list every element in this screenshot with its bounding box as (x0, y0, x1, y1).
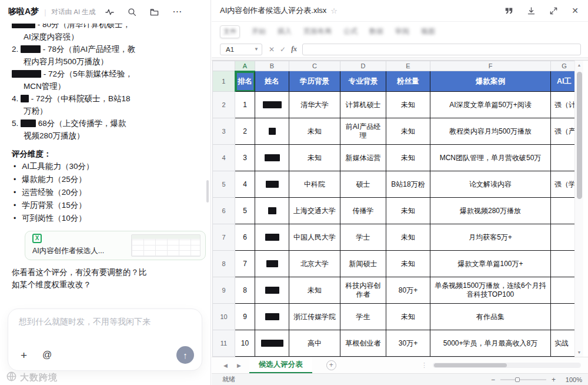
expand-icon[interactable] (549, 6, 558, 15)
row-header-5[interactable]: 5 (213, 171, 235, 198)
favorite-star-icon[interactable]: ☆ (330, 6, 338, 15)
cell-case[interactable]: 论文解读内容 (430, 171, 551, 198)
column-header-D[interactable]: D (340, 61, 386, 71)
sheet-tab-active[interactable]: 候选人评分表 (249, 357, 312, 373)
cell-name[interactable] (255, 304, 289, 330)
cell-fans[interactable]: 80万+ (386, 277, 430, 304)
cell-name[interactable] (255, 118, 289, 145)
row-header-10[interactable]: 10 (213, 304, 235, 330)
cell-fans[interactable]: B站18万粉 (386, 171, 430, 198)
cell-case[interactable]: 有作品集 (430, 304, 551, 330)
column-header-B[interactable]: B (255, 61, 289, 71)
column-header-A[interactable]: A (235, 61, 255, 71)
header-cell[interactable]: 学历背景 (289, 71, 340, 92)
cell-name[interactable] (255, 92, 289, 118)
waveform-icon[interactable] (105, 8, 114, 16)
attach-plus-icon[interactable]: + (21, 350, 27, 361)
cell-major[interactable]: 前AI产品经理 (340, 118, 386, 145)
cell-extra[interactable] (551, 251, 578, 277)
cancel-entry-icon[interactable]: ✕ (269, 45, 275, 54)
cell-education[interactable]: 浙江传媒学院 (289, 304, 340, 330)
cell-fans[interactable]: 未知 (386, 145, 430, 171)
sheet-bar-resize-handle[interactable]: ⋮ (421, 361, 427, 369)
cell-major[interactable]: 计算机硕士 (340, 92, 386, 118)
message-input[interactable] (19, 317, 192, 343)
row-header-4[interactable]: 4 (213, 145, 235, 171)
cell-rank[interactable]: 4 (235, 171, 255, 198)
header-cell[interactable]: 姓名 (255, 71, 289, 92)
column-header-E[interactable]: E (386, 61, 430, 71)
header-cell[interactable]: 排名 (235, 71, 255, 92)
ribbon-tab[interactable]: 审阅 (395, 26, 409, 36)
header-cell[interactable]: 粉丝量 (386, 71, 430, 92)
send-button[interactable]: ↑ (176, 346, 194, 364)
insert-function-icon[interactable]: fx (291, 45, 297, 54)
search-icon[interactable] (128, 8, 136, 16)
header-cell[interactable]: 爆款案例 (430, 71, 551, 92)
cell-rank[interactable]: 5 (235, 198, 255, 224)
cell-major[interactable]: 草根创业者 (340, 330, 386, 357)
cell-fans[interactable]: 未知 (386, 224, 430, 251)
ribbon-file-button[interactable]: 文件 (220, 25, 240, 38)
cell-case[interactable]: 月均获客5万+ (430, 224, 551, 251)
more-icon[interactable]: ⋯ (172, 9, 182, 15)
cell-case[interactable]: 教程类内容月均500万播放 (430, 118, 551, 145)
cell-rank[interactable]: 9 (235, 304, 255, 330)
chevron-down-icon[interactable]: ▼ (254, 47, 259, 52)
scroll-down-icon[interactable]: ▼ (575, 350, 583, 354)
cell-extra[interactable]: 强（计 (551, 92, 578, 118)
cell-case[interactable]: 5000+学员，单月最高收入8万 (430, 330, 551, 357)
file-attachment-card[interactable]: X AI内容创作者候选人... (25, 231, 206, 260)
cell-extra[interactable]: 强（学 (551, 171, 578, 198)
cell-fans[interactable]: 未知 (386, 304, 430, 330)
cell-education[interactable]: 上海交通大学 (289, 198, 340, 224)
zoom-out-button[interactable]: − (491, 376, 495, 383)
zoom-slider[interactable] (500, 379, 546, 380)
ribbon-tab[interactable]: 公式 (343, 26, 358, 36)
ribbon-tab[interactable]: 页面布局 (303, 26, 332, 36)
cell-education[interactable]: 未知 (289, 277, 340, 304)
cell-case[interactable]: AI深度文章单篇50万+阅读 (430, 92, 551, 118)
horizontal-scrollbar-thumb[interactable] (434, 363, 507, 367)
add-sheet-button[interactable]: + (326, 360, 336, 370)
cell-name[interactable] (255, 251, 289, 277)
row-header-6[interactable]: 6 (213, 198, 235, 224)
cell-rank[interactable]: 6 (235, 224, 255, 251)
cell-extra[interactable]: 实战 (551, 330, 578, 357)
zoom-slider-thumb[interactable] (515, 377, 520, 382)
cell-education[interactable]: 中国人民大学 (289, 224, 340, 251)
mention-at-icon[interactable]: @ (42, 350, 52, 360)
cell-education[interactable]: 高中 (289, 330, 340, 357)
download-icon[interactable] (527, 6, 536, 15)
header-cell[interactable]: AI工 (551, 71, 578, 92)
cell-case[interactable]: MCN团队管理，单月营收破50万 (430, 145, 551, 171)
cell-extra[interactable]: 强（产 (551, 118, 578, 145)
confirm-entry-icon[interactable]: ✓ (280, 45, 286, 54)
cell-extra[interactable] (551, 145, 578, 171)
cell-rank[interactable]: 8 (235, 277, 255, 304)
cell-name[interactable] (255, 145, 289, 171)
cell-education[interactable]: 北京大学 (289, 251, 340, 277)
cell-major[interactable]: 科技内容创作者 (340, 277, 386, 304)
cell-education[interactable]: 清华大学 (289, 92, 340, 118)
cell-case[interactable]: 爆款文章单篇100万+ (430, 251, 551, 277)
ribbon-tab[interactable]: 数据 (369, 26, 383, 36)
row-header-7[interactable]: 7 (213, 224, 235, 251)
ribbon-tab[interactable]: 插入 (278, 26, 292, 36)
cell-fans[interactable]: 未知 (386, 118, 430, 145)
select-all-corner[interactable] (213, 61, 235, 71)
cell-name[interactable] (255, 330, 289, 357)
header-cell[interactable]: 专业背景 (340, 71, 386, 92)
cell-fans[interactable]: 30万+ (386, 330, 430, 357)
citation-icon[interactable] (505, 7, 513, 15)
cell-name[interactable] (255, 277, 289, 304)
cell-rank[interactable]: 10 (235, 330, 255, 357)
cell-major[interactable]: 新媒体运营 (340, 145, 386, 171)
cell-major[interactable]: 传播学 (340, 198, 386, 224)
cell-major[interactable]: 硕士 (340, 171, 386, 198)
column-header-F[interactable]: F (430, 61, 551, 71)
cell-extra[interactable] (551, 224, 578, 251)
formula-input[interactable] (302, 44, 581, 55)
cell-major[interactable]: 学士 (340, 224, 386, 251)
folder-icon[interactable] (150, 8, 159, 16)
